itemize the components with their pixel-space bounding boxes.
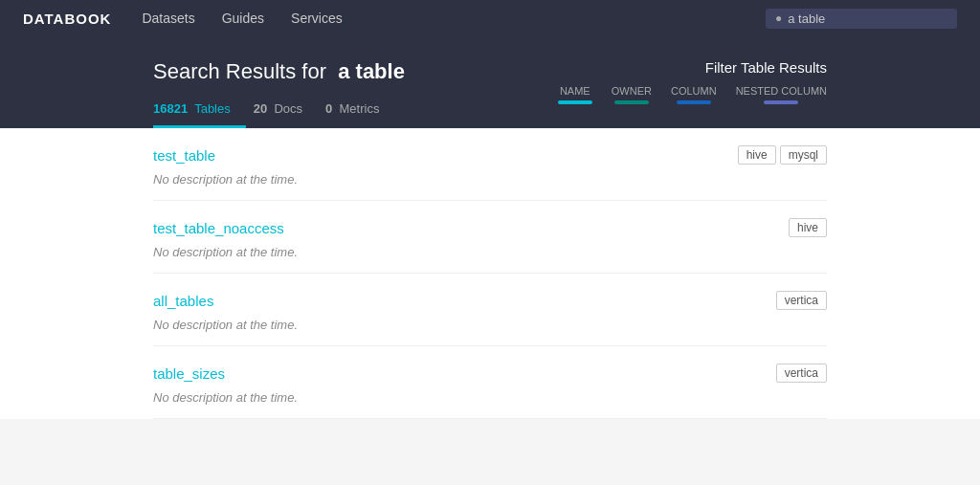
result-row-2: all_tables vertica [153, 291, 827, 310]
result-link-3[interactable]: table_sizes [153, 365, 225, 382]
tag-vertica-2: vertica [776, 291, 827, 310]
result-tags-1: hive [789, 218, 827, 237]
filter-section: Filter Table Results NAME OWNER COLUMN N… [558, 59, 827, 118]
tab-tables-label: Tables [194, 101, 231, 116]
tab-docs-label: Docs [274, 101, 302, 116]
tab-metrics-count: 0 [325, 101, 332, 116]
search-input[interactable] [788, 11, 947, 26]
filter-column-bar [677, 100, 711, 104]
tabs-row: 16821 Tables 20 Docs 0 Metrics [153, 96, 405, 128]
nav-guides[interactable]: Guides [222, 11, 264, 26]
filter-title: Filter Table Results [705, 59, 827, 76]
tag-mysql-0: mysql [780, 145, 827, 165]
tab-metrics-label: Metrics [340, 101, 380, 116]
filter-owner-label: OWNER [612, 85, 652, 97]
result-desc-0: No description at the time. [153, 172, 827, 187]
filter-nested-column-bar [764, 100, 798, 104]
header-band: Search Results for a table 16821 Tables … [0, 36, 980, 128]
result-link-0[interactable]: test_table [153, 147, 215, 164]
filter-owner-bar [614, 100, 649, 104]
result-link-2[interactable]: all_tables [153, 293, 213, 309]
result-tags-2: vertica [776, 291, 827, 310]
main-content: test_table hive mysql No description at … [0, 128, 980, 419]
nav-services[interactable]: Services [291, 11, 343, 26]
filter-name-bar [558, 100, 592, 104]
filter-owner[interactable]: OWNER [612, 85, 652, 104]
result-link-1[interactable]: test_table_noaccess [153, 220, 284, 236]
result-item-1: test_table_noaccess hive No description … [153, 201, 827, 274]
tab-docs-count: 20 [254, 101, 267, 116]
filter-nested-column[interactable]: NESTED COLUMN [736, 85, 827, 104]
result-desc-1: No description at the time. [153, 245, 827, 259]
tag-hive-1: hive [789, 218, 827, 237]
tab-docs[interactable]: 20 Docs [254, 96, 318, 128]
search-icon: ● [775, 11, 782, 25]
filter-options: NAME OWNER COLUMN NESTED COLUMN [558, 85, 827, 104]
filter-nested-column-label: NESTED COLUMN [736, 85, 827, 97]
result-row-0: test_table hive mysql [153, 145, 827, 165]
tab-tables[interactable]: 16821 Tables [153, 96, 246, 128]
nav-links: Datasets Guides Services [142, 11, 766, 26]
result-item-0: test_table hive mysql No description at … [153, 128, 827, 201]
filter-column-label: COLUMN [671, 85, 717, 97]
result-item-3: table_sizes vertica No description at th… [153, 346, 827, 419]
nav-search-box[interactable]: ● [766, 9, 957, 29]
navbar: DATABOOK Datasets Guides Services ● [0, 0, 980, 36]
search-term: a table [338, 59, 405, 83]
filter-name[interactable]: NAME [558, 85, 592, 104]
search-prefix: Search Results for [153, 59, 326, 83]
result-row-1: test_table_noaccess hive [153, 218, 827, 237]
filter-name-label: NAME [560, 85, 590, 97]
nav-logo: DATABOOK [23, 11, 111, 27]
search-header-left: Search Results for a table 16821 Tables … [153, 59, 405, 128]
nav-datasets[interactable]: Datasets [142, 11, 194, 26]
tag-hive-0: hive [738, 145, 776, 165]
tag-vertica-3: vertica [776, 364, 827, 383]
result-tags-0: hive mysql [738, 145, 827, 165]
tab-metrics[interactable]: 0 Metrics [325, 96, 394, 128]
result-item-2: all_tables vertica No description at the… [153, 274, 827, 346]
result-row-3: table_sizes vertica [153, 364, 827, 383]
tab-tables-count: 16821 [153, 101, 188, 116]
result-desc-3: No description at the time. [153, 390, 827, 405]
filter-column[interactable]: COLUMN [671, 85, 717, 104]
result-desc-2: No description at the time. [153, 318, 827, 332]
search-title: Search Results for a table [153, 59, 405, 84]
result-tags-3: vertica [776, 364, 827, 383]
